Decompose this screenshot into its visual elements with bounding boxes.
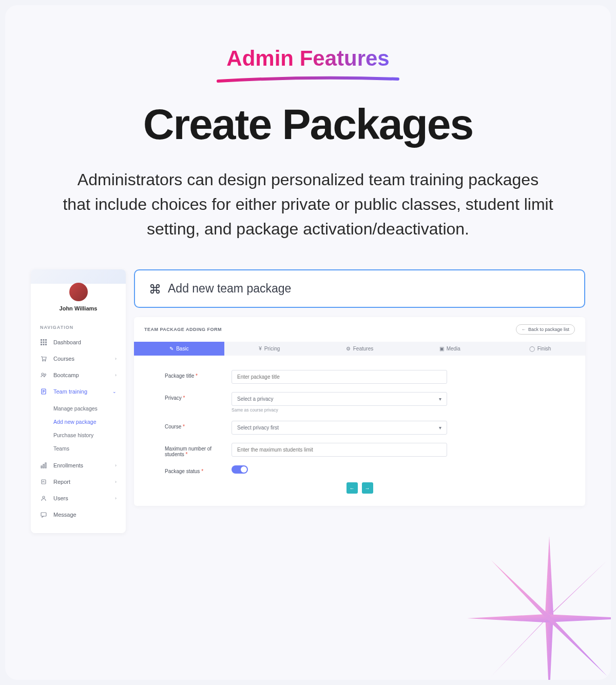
svg-point-12: [45, 374, 46, 376]
nav-header: NAVIGATION: [31, 319, 126, 334]
tab-basic[interactable]: ✎ Basic: [134, 342, 224, 356]
tab-media[interactable]: ▣ Media: [405, 342, 495, 356]
svg-rect-3: [41, 342, 42, 343]
svg-rect-25: [41, 513, 46, 516]
sidebar-item-label: Dashboard: [53, 339, 81, 345]
sidebar-item-users[interactable]: Users ›: [31, 490, 126, 506]
sidebar-item-team-training[interactable]: Team training ⌄: [31, 383, 126, 400]
panel-header: Add new team package: [134, 269, 585, 308]
page-title: Create Packages: [31, 100, 585, 149]
chevron-down-icon: ⌄: [112, 389, 117, 394]
form-actions: ← →: [165, 482, 554, 494]
svg-point-9: [43, 360, 44, 361]
yen-icon: ¥: [259, 346, 262, 351]
report-icon: [40, 478, 47, 485]
sidebar-item-label: Message: [53, 512, 76, 518]
sidebar-subitems: Manage packages Add new package Purchase…: [31, 400, 126, 457]
tab-label: Media: [447, 346, 460, 351]
svg-rect-0: [41, 339, 42, 341]
subtitle-features: Features: [300, 46, 390, 70]
form-body: Package title * Privacy * Select a priva…: [134, 356, 585, 506]
svg-rect-4: [43, 342, 45, 343]
input-max-students[interactable]: [232, 443, 447, 457]
header-section: Admin Features Create Packages Administr…: [31, 46, 585, 241]
tab-label: Basic: [176, 346, 188, 351]
svg-point-24: [43, 496, 45, 498]
chart-icon: [40, 462, 47, 469]
back-button-label: Back to package list: [528, 327, 569, 332]
sidebar-sub-teams[interactable]: Teams: [31, 442, 126, 455]
svg-rect-19: [45, 463, 46, 468]
next-button[interactable]: →: [362, 482, 373, 494]
doc-icon: [40, 388, 47, 395]
input-package-title[interactable]: [232, 370, 447, 384]
sidebar-item-message[interactable]: Message: [31, 506, 126, 523]
gear-icon: ⚙: [346, 346, 351, 351]
svg-rect-8: [45, 344, 47, 345]
form-panel: TEAM PACKAGE ADDING FORM ← Back to packa…: [134, 317, 585, 506]
arrow-left-icon: ←: [522, 327, 526, 332]
chevron-down-icon: ▾: [439, 396, 441, 402]
sidebar-item-label: Team training: [53, 388, 87, 395]
sidebar-item-label: Report: [53, 479, 70, 485]
chevron-right-icon: ›: [115, 463, 117, 468]
app-preview: John Williams NAVIGATION Dashboard Cours…: [31, 269, 585, 533]
chevron-right-icon: ›: [115, 496, 117, 501]
avatar[interactable]: [69, 283, 88, 301]
label-course: Course *: [165, 421, 232, 429]
media-icon: ▣: [439, 346, 444, 351]
sidebar: John Williams NAVIGATION Dashboard Cours…: [31, 269, 126, 533]
sidebar-item-label: Enrollments: [53, 462, 83, 468]
label-package-title: Package title *: [165, 370, 232, 379]
tabs: ✎ Basic ¥ Pricing ⚙ Features ▣ Media: [134, 342, 585, 356]
tab-label: Finish: [537, 346, 551, 351]
tab-pricing[interactable]: ¥ Pricing: [224, 342, 315, 356]
subtitle: Admin Features: [31, 46, 585, 71]
svg-rect-1: [43, 339, 45, 341]
arrow-right-icon: →: [365, 485, 370, 491]
row-course: Course * Select privacy first ▾: [165, 421, 554, 435]
svg-rect-17: [41, 466, 42, 468]
sidebar-sub-purchase-history[interactable]: Purchase history: [31, 428, 126, 442]
back-button[interactable]: ← Back to package list: [516, 324, 575, 335]
svg-point-10: [45, 360, 46, 361]
sidebar-item-label: Bootcamp: [53, 372, 79, 378]
select-course[interactable]: Select privacy first ▾: [232, 421, 447, 435]
sidebar-item-label: Users: [53, 495, 68, 501]
chevron-right-icon: ›: [115, 356, 117, 361]
chevron-right-icon: ›: [115, 373, 117, 378]
sidebar-sub-add-new-package[interactable]: Add new package: [31, 415, 126, 428]
row-privacy: Privacy * Select a privacy ▾ Same as cou…: [165, 392, 554, 413]
tab-finish[interactable]: ◯ Finish: [495, 342, 585, 356]
tab-label: Features: [353, 346, 373, 351]
check-icon: ◯: [529, 346, 535, 351]
prev-button[interactable]: ←: [346, 482, 358, 494]
label-max-students: Maximum number of students *: [165, 443, 232, 457]
message-icon: [40, 511, 47, 518]
svg-point-11: [42, 373, 44, 375]
sidebar-item-report[interactable]: Report ›: [31, 474, 126, 490]
pen-icon: ✎: [169, 346, 174, 351]
sidebar-item-dashboard[interactable]: Dashboard: [31, 334, 126, 350]
cart-icon: [40, 355, 47, 362]
svg-rect-5: [45, 342, 47, 343]
page-container: Admin Features Create Packages Administr…: [5, 5, 611, 680]
form-topbar: TEAM PACKAGE ADDING FORM ← Back to packa…: [134, 317, 585, 342]
sidebar-item-enrollments[interactable]: Enrollments ›: [31, 457, 126, 474]
svg-rect-18: [43, 464, 44, 468]
subtitle-admin: Admin: [226, 46, 294, 70]
select-privacy[interactable]: Select a privacy ▾: [232, 392, 447, 406]
sidebar-sub-manage-packages[interactable]: Manage packages: [31, 402, 126, 415]
chevron-down-icon: ▾: [439, 425, 441, 430]
sidebar-item-courses[interactable]: Courses ›: [31, 350, 126, 367]
grid-icon: [40, 339, 47, 346]
sidebar-item-label: Courses: [53, 356, 74, 362]
helper-privacy: Same as course privacy: [232, 407, 447, 413]
username: John Williams: [31, 305, 126, 311]
chevron-right-icon: ›: [115, 479, 117, 484]
sidebar-item-bootcamp[interactable]: Bootcamp ›: [31, 367, 126, 383]
label-status: Package status *: [165, 465, 232, 474]
toggle-status[interactable]: [232, 465, 248, 474]
tab-features[interactable]: ⚙ Features: [315, 342, 405, 356]
panel-title: Add new team package: [168, 282, 291, 296]
